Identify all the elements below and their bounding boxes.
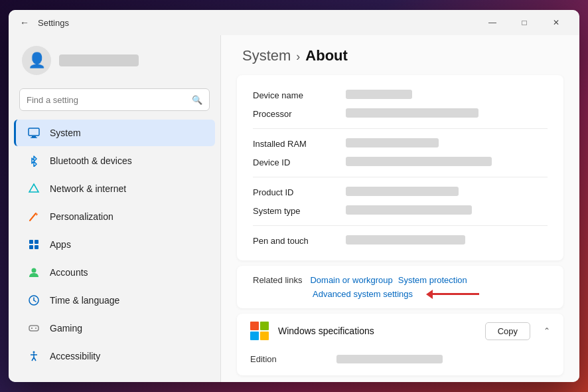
edition-value xyxy=(336,355,443,363)
bluetooth-icon xyxy=(27,154,40,167)
win-logo-cell-3 xyxy=(250,332,259,340)
sidebar-item-accessibility[interactable]: Accessibility xyxy=(14,343,215,369)
breadcrumb-separator: › xyxy=(296,50,300,64)
value-ram xyxy=(346,138,439,147)
sidebar-item-time[interactable]: Time & language xyxy=(14,287,215,314)
back-button[interactable]: ← xyxy=(17,15,33,31)
value-device-name xyxy=(346,90,412,99)
label-product-id: Product ID xyxy=(253,187,346,197)
sidebar-item-apps[interactable]: Apps xyxy=(14,231,215,258)
win-logo-cell-2 xyxy=(260,322,269,330)
sidebar-item-bluetooth[interactable]: Bluetooth & devices xyxy=(14,147,215,174)
win-spec-title: Windows specifications xyxy=(278,326,476,336)
sidebar-item-label-personalization: Personalization xyxy=(50,211,113,222)
info-row-device-id: Device ID xyxy=(253,153,548,171)
system-protection-link[interactable]: System protection xyxy=(398,275,467,285)
info-row-device-name: Device name xyxy=(253,86,548,104)
sidebar: 👤 🔍 System Bluetooth & devices xyxy=(9,35,221,382)
user-name xyxy=(59,54,139,66)
settings-window: ← Settings — □ ✕ 👤 🔍 xyxy=(9,10,579,382)
user-section: 👤 xyxy=(9,35,220,86)
advanced-system-settings-link[interactable]: Advanced system settings xyxy=(313,289,413,299)
info-row-product-id: Product ID xyxy=(253,183,548,201)
win-logo-cell-4 xyxy=(260,332,269,340)
copy-button[interactable]: Copy xyxy=(485,322,530,340)
label-pen-touch: Pen and touch xyxy=(253,235,346,246)
label-system-type: System type xyxy=(253,205,346,216)
win-logo-cell-1 xyxy=(250,322,259,330)
svg-line-22 xyxy=(34,357,36,361)
sidebar-item-label-gaming: Gaming xyxy=(50,323,82,334)
user-icon: 👤 xyxy=(28,52,46,69)
search-input[interactable] xyxy=(27,95,192,105)
divider-3 xyxy=(253,225,548,226)
label-processor: Processor xyxy=(253,108,346,119)
info-row-processor: Processor xyxy=(253,104,548,123)
related-links-card: Related links Domain or workgroup System… xyxy=(237,266,563,308)
arrow-head-icon xyxy=(426,290,433,299)
sidebar-item-personalization[interactable]: Personalization xyxy=(14,203,215,230)
divider-2 xyxy=(253,177,548,177)
apps-icon xyxy=(27,238,40,251)
gaming-icon xyxy=(27,322,40,335)
svg-line-13 xyxy=(34,300,36,302)
window-title: Settings xyxy=(38,18,69,28)
avatar: 👤 xyxy=(22,46,51,75)
label-device-name: Device name xyxy=(253,90,346,100)
advanced-row: Advanced system settings xyxy=(253,285,548,302)
close-button[interactable]: ✕ xyxy=(541,12,571,33)
sidebar-item-label-network: Network & internet xyxy=(50,183,126,194)
label-device-id: Device ID xyxy=(253,157,346,167)
sidebar-item-system[interactable]: System xyxy=(14,120,215,146)
title-bar: ← Settings — □ ✕ xyxy=(9,10,579,35)
svg-rect-6 xyxy=(29,240,33,244)
sidebar-item-label-time: Time & language xyxy=(50,295,119,306)
personalization-icon xyxy=(27,210,40,223)
sidebar-item-label-system: System xyxy=(50,128,81,138)
svg-rect-9 xyxy=(35,245,38,249)
svg-point-18 xyxy=(33,351,35,353)
sidebar-item-label-accounts: Accounts xyxy=(50,267,88,278)
edition-row: Edition xyxy=(250,351,550,367)
window-controls: — □ ✕ xyxy=(477,12,571,33)
svg-point-10 xyxy=(32,268,37,273)
windows-spec-card: Windows specifications Copy ⌃ Edition xyxy=(237,314,563,375)
breadcrumb-about: About xyxy=(305,47,348,64)
sidebar-item-gaming[interactable]: Gaming xyxy=(14,315,215,342)
edition-label: Edition xyxy=(250,354,336,364)
accounts-icon xyxy=(27,266,40,279)
system-icon xyxy=(27,126,40,140)
device-info-card: Device name Processor Installed RAM Devi… xyxy=(237,75,563,260)
svg-rect-0 xyxy=(29,128,39,136)
sidebar-item-network[interactable]: Network & internet xyxy=(14,175,215,202)
breadcrumb-system: System xyxy=(242,47,291,64)
search-icon: 🔍 xyxy=(192,95,202,105)
divider-1 xyxy=(253,128,548,129)
sidebar-item-accounts[interactable]: Accounts xyxy=(14,259,215,286)
svg-point-17 xyxy=(35,328,37,329)
main-layout: 👤 🔍 System Bluetooth & devices xyxy=(9,35,579,382)
svg-rect-8 xyxy=(29,245,33,249)
network-icon xyxy=(27,182,40,195)
page-header: System › About xyxy=(221,35,579,75)
info-row-pen-touch: Pen and touch xyxy=(253,231,548,250)
info-row-ram: Installed RAM xyxy=(253,134,548,153)
svg-marker-5 xyxy=(36,213,38,216)
windows-logo-icon xyxy=(250,322,269,340)
win-spec-header: Windows specifications Copy ⌃ xyxy=(237,314,563,348)
value-device-id xyxy=(346,157,492,166)
value-product-id xyxy=(346,187,459,196)
search-box[interactable]: 🔍 xyxy=(19,88,210,111)
minimize-button[interactable]: — xyxy=(477,12,508,33)
value-system-type xyxy=(346,205,472,215)
maximize-button[interactable]: □ xyxy=(509,12,540,33)
svg-rect-7 xyxy=(35,240,38,244)
svg-line-4 xyxy=(30,213,36,221)
time-icon xyxy=(27,294,40,307)
svg-marker-3 xyxy=(29,184,38,192)
domain-workgroup-link[interactable]: Domain or workgroup xyxy=(310,275,392,285)
related-links-row: Related links Domain or workgroup System… xyxy=(253,275,548,285)
svg-rect-2 xyxy=(31,138,37,138)
related-links-label: Related links xyxy=(253,275,302,285)
collapse-icon[interactable]: ⌃ xyxy=(544,326,550,336)
